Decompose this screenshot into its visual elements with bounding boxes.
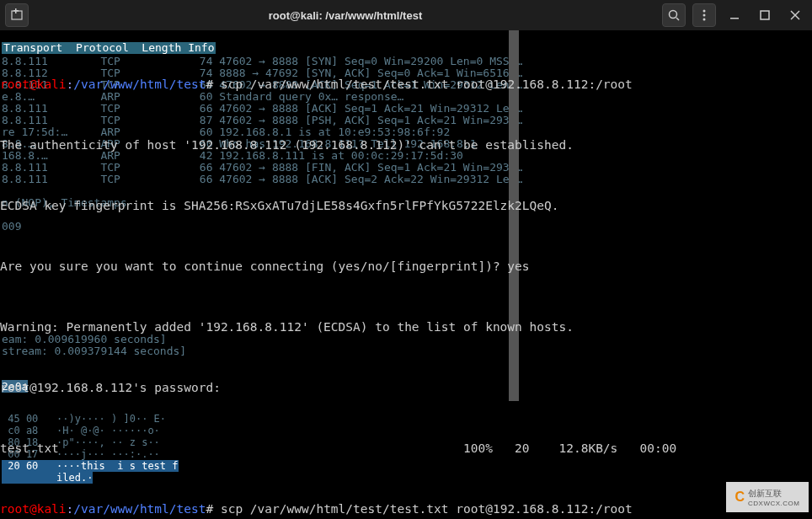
svg-rect-8 — [730, 18, 739, 19]
svg-point-3 — [670, 11, 677, 19]
output-line: ECDSA key fingerprint is SHA256:RSxGxATu… — [0, 195, 812, 216]
prompt-colon: : — [67, 502, 74, 516]
window-title: root@kali: /var/www/html/test — [29, 9, 662, 22]
menu-icon[interactable] — [692, 3, 716, 27]
watermark: C 创新互联 CDXWCX.COM — [726, 482, 809, 512]
close-icon[interactable] — [783, 3, 807, 27]
svg-line-4 — [676, 18, 679, 20]
minimize-icon[interactable] — [723, 3, 746, 27]
new-tab-icon[interactable] — [5, 3, 29, 27]
terminal[interactable]: root@kali:/var/www/html/test# scp /var/w… — [0, 30, 812, 519]
watermark-brand: 创新互联 — [748, 488, 799, 500]
titlebar: root@kali: /var/www/html/test — [0, 0, 812, 30]
prompt-path: /var/www/html/test — [73, 78, 206, 91]
maximize-icon[interactable] — [753, 3, 777, 27]
svg-rect-0 — [12, 11, 22, 19]
search-icon[interactable] — [662, 3, 686, 27]
transfer-filename: test.txt — [0, 438, 463, 458]
svg-rect-2 — [13, 10, 19, 12]
prompt-userhost: root@kali — [0, 502, 67, 516]
command-text: scp /var/www/html/test/test.txt root@192… — [221, 78, 633, 91]
svg-point-7 — [703, 19, 706, 21]
output-line: Warning: Permanently added '192.168.8.11… — [0, 317, 812, 337]
user-input: yes — [507, 260, 529, 273]
prompt-colon: : — [67, 78, 74, 91]
svg-rect-9 — [761, 11, 769, 19]
prompt-userhost: root@kali — [0, 78, 67, 91]
svg-point-6 — [703, 14, 706, 17]
output-line: The authenticity of host '192.168.8.112 … — [0, 135, 812, 155]
prompt-pound: # — [206, 78, 220, 91]
prompt-pound: # — [206, 502, 220, 516]
output-line: Are you sure you want to continue connec… — [0, 260, 507, 273]
prompt-path: /var/www/html/test — [73, 502, 206, 516]
output-line: root@192.168.8.112's password: — [0, 377, 812, 398]
watermark-logo-icon: C — [735, 490, 745, 505]
command-text: scp /var/www/html/test/test.txt root@192… — [221, 502, 633, 516]
svg-point-5 — [703, 10, 706, 13]
watermark-sub: CDXWCX.COM — [748, 500, 799, 507]
transfer-stats: 100% 20 12.8KB/s 00:00 — [463, 438, 812, 458]
